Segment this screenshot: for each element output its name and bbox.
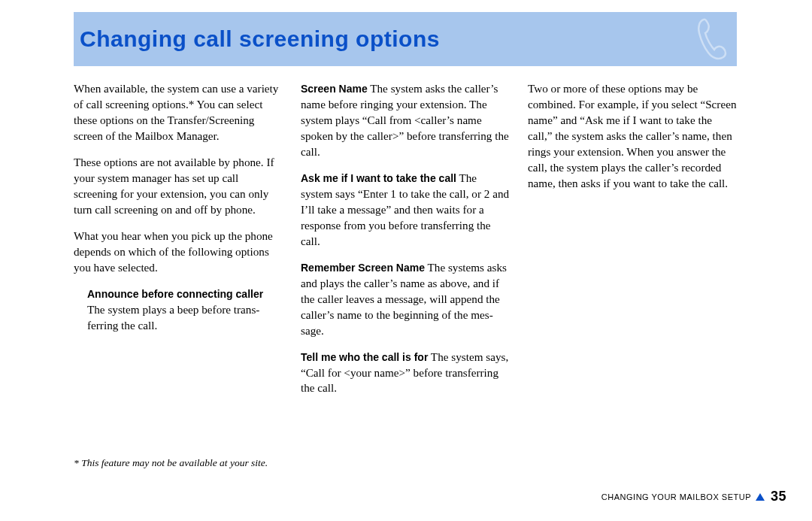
option-heading: Announce before connecting caller	[87, 288, 263, 300]
page-title: Changing call screening options	[80, 26, 440, 52]
column-3: Two or more of these options may be comb…	[528, 81, 737, 407]
option-heading: Remember Screen Name	[301, 262, 425, 274]
option-heading: Ask me if I want to take the call	[301, 172, 456, 184]
option-body: The system plays a beep before trans­fer…	[87, 303, 259, 332]
column-2: Screen Name The system asks the caller’s…	[301, 81, 510, 407]
phone-handset-icon	[693, 17, 729, 62]
option-item: Screen Name The system asks the caller’s…	[301, 81, 510, 160]
document-page: Changing call screening options When ava…	[0, 0, 812, 521]
option-block: Announce before connecting caller The sy…	[74, 286, 283, 334]
option-item: Remember Screen Name The sys­tems asks a…	[301, 260, 510, 339]
paragraph: These options are not available by phone…	[74, 155, 283, 218]
footnote: * This feature may not be available at y…	[74, 457, 268, 469]
option-heading: Tell me who the call is for	[301, 351, 428, 363]
paragraph: What you hear when you pick up the phone…	[74, 229, 283, 276]
option-heading: Screen Name	[301, 83, 368, 95]
option-item: Announce before connecting caller The sy…	[87, 286, 283, 334]
footer-section-label: CHANGING YOUR MAILBOX SETUP	[601, 492, 751, 501]
triangle-icon	[756, 493, 765, 501]
paragraph: When available, the system can use a var…	[74, 81, 283, 144]
column-1: When available, the system can use a var…	[74, 81, 283, 407]
option-item: Ask me if I want to take the call The sy…	[301, 171, 510, 250]
body-columns: When available, the system can use a var…	[74, 81, 737, 407]
page-number: 35	[771, 489, 786, 504]
paragraph: Two or more of these options may be comb…	[528, 81, 737, 192]
option-item: Tell me who the call is for The sys­tem …	[301, 350, 510, 397]
title-banner: Changing call screening options	[74, 12, 737, 66]
page-footer: CHANGING YOUR MAILBOX SETUP 35	[601, 489, 786, 504]
